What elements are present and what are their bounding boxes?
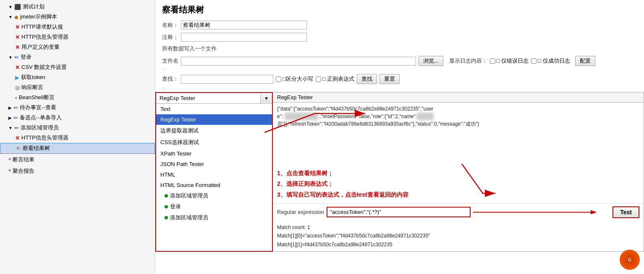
sidebar-item-label: 聚合报告 (13, 167, 34, 175)
error-log-checkbox[interactable] (490, 58, 495, 64)
comment-input[interactable] (181, 33, 307, 42)
sidebar-item-agg-report[interactable]: • 聚合报告 (0, 165, 155, 177)
dropdown-item-html[interactable]: HTML (156, 169, 272, 180)
arrow-icon: ▶ (15, 74, 19, 81)
dropdown-subitem-label-3: 添加区域管理员 (170, 214, 208, 221)
left-dropdown-panel: RegExp Tester ▼ Text RegExp Tester 边界提取器… (155, 92, 273, 252)
dot-purple-icon2: • (8, 166, 11, 175)
test-button[interactable]: Test (613, 207, 639, 217)
regex-text: □ 正则表达式 (322, 75, 354, 83)
error-log-label[interactable]: □ 仅错误日志 (490, 57, 529, 65)
sidebar-item-label: 备选点--单条导入 (20, 114, 62, 121)
test-button-wrapper: Test (613, 206, 639, 218)
dropdown-item-html-source[interactable]: HTML Source Formatted (156, 180, 272, 190)
regexp-value: "accessToken":"(.*?)" (327, 207, 471, 217)
dot-green-icon-3 (165, 216, 168, 219)
dropdown-item-text[interactable]: Text (156, 104, 272, 114)
slash-icon: ✏ (13, 115, 18, 121)
right-panel-tab[interactable]: RegExp Tester (273, 92, 644, 103)
sidebar-item-add-admin[interactable]: ▼ ✏ 添加区域管理员 (0, 123, 155, 133)
sidebar-item-get-token[interactable]: ▶ 获取token (0, 72, 155, 82)
sidebar-item-label: HTTP请求默认值 (21, 23, 63, 31)
sidebar-item-label: 断言结果 (13, 156, 34, 163)
sidebar-item-backup[interactable]: ▶ ✏ 备选点--单条导入 (0, 113, 155, 123)
q-icon: ◎ (15, 84, 20, 91)
sidebar-item-http-header2[interactable]: ✕ HTTP信息头管理器 (0, 133, 155, 143)
bean-icon: ▪ (15, 95, 17, 101)
dropdown-list: Text RegExp Tester 边界提取器测试 CSS选择器测试 XPat… (156, 104, 272, 223)
name-row: 名称： (155, 19, 644, 31)
dropdown-selected-label: RegExp Tester (156, 93, 260, 103)
sidebar-item-label: HTTP信息头管理器 (21, 134, 68, 142)
sidebar-item-login[interactable]: ▼ ✏ 登录 (0, 52, 155, 62)
dropdown-subitem-2[interactable]: 登录 (156, 201, 272, 212)
sidebar-item-http-header[interactable]: ✕ HTTP信息头管理器 (0, 32, 155, 42)
match-line-1: Match[1][0]="accessToken":"f4d437b50c7ca… (277, 232, 639, 240)
sidebar-item-label: 察看结果树 (23, 145, 50, 152)
search-input[interactable] (181, 75, 273, 84)
file-section-label: 所有数据写入一个文件 (162, 45, 217, 53)
annotation-2: 2、选择正则表达式； (277, 179, 639, 189)
dropdown-subitem-3[interactable]: 添加区域管理员 (156, 212, 272, 223)
file-section-row: 所有数据写入一个文件 (155, 43, 644, 54)
regex-checkbox[interactable] (316, 76, 321, 82)
find-button[interactable]: 查找 (357, 74, 377, 84)
slash-icon: ✏ (14, 54, 19, 61)
file-row: 文件名 浏览... 显示日志内容： □ 仅错误日志 □ 仅成功日志 配置 (155, 54, 644, 68)
dot-green-icon-1 (165, 194, 168, 198)
dropdown-item-regexp[interactable]: RegExp Tester (156, 114, 272, 125)
annotation-1: 1、点击查看结果树； (277, 168, 639, 179)
svg-marker-1 (591, 210, 597, 214)
comment-label: 注释： (162, 34, 178, 41)
blurred-email (285, 113, 318, 120)
case-sensitive-text: □区分大小写 (283, 75, 313, 83)
success-log-label[interactable]: □ 仅成功日志 (531, 57, 570, 65)
search-label: 查找： (162, 75, 178, 83)
sidebar-item-label: HTTP信息头管理器 (21, 33, 68, 41)
error-log-text: □ 仅错误日志 (497, 57, 529, 65)
dropdown-item-xpath[interactable]: XPath Tester (156, 148, 272, 159)
sidebar-item-label: 添加区域管理员 (21, 124, 59, 132)
match-line-2: Match[1][1]=f4d437b50c7ca8b2a98e24971c30… (277, 240, 639, 249)
x-icon: ✕ (15, 135, 20, 141)
reset-button[interactable]: 重置 (380, 74, 400, 84)
dropdown-subitem-1[interactable]: 添加区域管理员 (156, 190, 272, 201)
case-sensitive-label[interactable]: □区分大小写 (276, 75, 313, 83)
sidebar-item-label: BeanShell断言 (19, 94, 55, 101)
sidebar-item-label: 获取token (21, 74, 45, 81)
name-input[interactable] (181, 21, 307, 29)
regex-label[interactable]: □ 正则表达式 (316, 75, 354, 83)
browse-button[interactable]: 浏览... (419, 56, 443, 66)
sidebar-item-assert-result[interactable]: • 断言结果 (0, 154, 155, 165)
slash-icon: ✏ (13, 105, 18, 111)
file-input[interactable] (181, 57, 416, 66)
sidebar-item-jmeter-script[interactable]: ▼ ◆ jmeter示例脚本 (0, 12, 155, 22)
sidebar-item-label: 响应断言 (21, 84, 43, 91)
response-text-e: e": (277, 113, 285, 119)
right-panel: RegExp Tester {"data":{"accessToken":"f4… (273, 92, 644, 252)
sidebar-item-todo[interactable]: ▶ ✏ 待办事宜--查看 (0, 103, 155, 113)
sidebar-item-response-assert[interactable]: ◎ 响应断言 (0, 82, 155, 92)
response-content: {"data":{"accessToken":"f4d437b50c7ca8b2… (273, 103, 644, 165)
case-sensitive-checkbox[interactable] (276, 76, 281, 82)
sidebar-item-user-vars[interactable]: ✕ 用户定义的变量 (0, 42, 155, 52)
sidebar-item-label: jmeter示例脚本 (20, 13, 57, 21)
sidebar-item-label: CSV 数据文件设置 (21, 63, 67, 71)
config-button[interactable]: 配置 (575, 56, 595, 66)
dropdown-arrow-button[interactable]: ▼ (260, 94, 272, 103)
sidebar-item-test-plan[interactable]: ▼ ⬛ 测试计划 (0, 2, 155, 12)
divider-dots-2: ··· (155, 86, 644, 90)
regexp-label: Regular expression (277, 209, 324, 215)
success-log-checkbox[interactable] (531, 58, 537, 64)
sidebar-item-http-default[interactable]: ✕ HTTP请求默认值 (0, 22, 155, 32)
dropdown-item-jsonpath[interactable]: JSON Path Tester (156, 159, 272, 169)
expand-icon: ▼ (8, 15, 13, 19)
sidebar-item-beanshell[interactable]: ▪ BeanShell断言 (0, 92, 155, 103)
dropdown-subitem-label-2: 登录 (170, 203, 181, 211)
sidebar-item-csv[interactable]: ✕ CSV 数据文件设置 (0, 62, 155, 72)
dropdown-item-boundary[interactable]: 边界提取器测试 (156, 125, 272, 137)
x-icon: ✕ (15, 34, 20, 40)
sidebar-item-view-result-tree[interactable]: 👁 察看结果树 (0, 143, 155, 154)
response-text-4: 员"}},"refreshToken":"f4200adab786e8d8313… (277, 121, 479, 127)
dropdown-item-css[interactable]: CSS选择器测试 (156, 137, 272, 148)
